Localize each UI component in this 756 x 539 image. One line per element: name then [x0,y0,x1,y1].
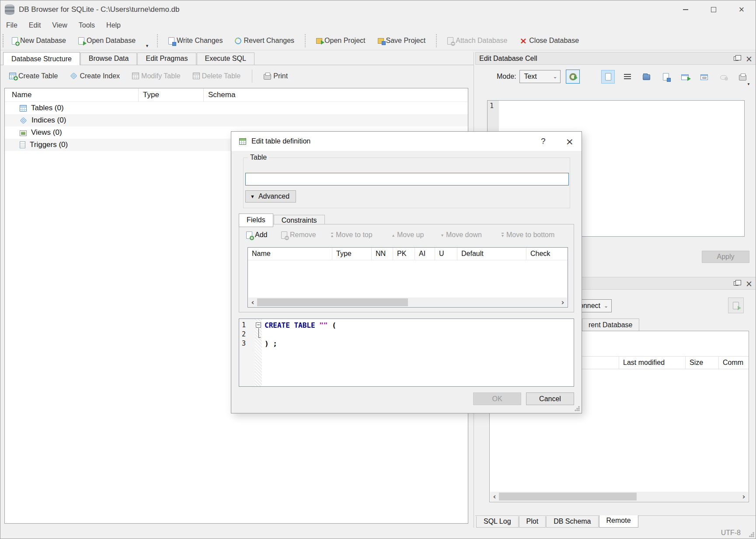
print-button[interactable]: Print [258,68,294,84]
apply-button[interactable]: Apply [702,251,749,263]
print-cell-button[interactable] [736,70,749,84]
tree-header: Name Type Schema [5,88,468,102]
dialog-help-icon[interactable]: ? [541,136,546,146]
menu-file[interactable]: File [0,21,23,29]
remote-column-size[interactable]: Size [685,357,718,369]
tab-browse-data[interactable]: Browse Data [80,52,137,65]
table-group-label: Table [248,154,269,161]
tab-plot[interactable]: Plot [519,516,546,528]
tree-row-indices[interactable]: Indices (0) [5,114,468,126]
tab-db-schema[interactable]: DB Schema [546,516,598,528]
maximize-button[interactable] [700,0,728,19]
menu-edit[interactable]: Edit [23,21,47,29]
float-remote-panel-icon[interactable] [734,281,739,286]
delete-table-button[interactable]: Delete Table [187,68,247,84]
remote-column-last-modified[interactable]: Last modified [619,357,685,369]
open-database-button[interactable]: Open Database [72,33,142,49]
dialog-close-icon[interactable]: × [566,136,574,147]
save-project-button[interactable]: Save Project [372,33,432,49]
tab-database-structure[interactable]: Database Structure [3,52,80,65]
menu-help[interactable]: Help [101,21,126,29]
close-database-button[interactable]: × Close Database [514,33,585,49]
create-index-button[interactable]: Create Index [64,68,126,84]
fields-column-pk[interactable]: PK [393,248,415,260]
scroll-left-icon[interactable]: ‹ [490,492,499,501]
advanced-arrow-icon: ▼ [250,194,255,199]
encoding-status[interactable]: UTF-8 [721,529,741,537]
menu-tools[interactable]: Tools [73,21,101,29]
open-database-dropdown-icon[interactable]: ▼ [142,44,153,48]
table-name-input[interactable] [245,173,569,186]
close-remote-panel-icon[interactable]: × [746,280,753,287]
move-up-button[interactable]: ▴ Move up [392,231,424,239]
tab-remote[interactable]: Remote [599,515,638,528]
fields-scroll-right-icon[interactable]: › [558,298,567,307]
attach-database-button[interactable]: Attach Database [441,33,513,49]
remote-clone-button[interactable] [728,298,744,313]
titlebar: DB Browser for SQLite - C:\Users\turne\d… [0,0,756,19]
structure-toolbar: Create Table Create Index Modify Table D… [0,66,474,86]
fields-horizontal-scrollbar[interactable]: ‹ › [248,298,567,307]
open-project-button[interactable]: Open Project [310,33,371,49]
remote-horizontal-scrollbar[interactable]: ‹ › [490,492,748,501]
combo-arrow-icon: ⌄ [550,74,560,80]
close-panel-icon[interactable]: × [746,55,753,62]
fields-column-u[interactable]: U [435,248,457,260]
remote-column-commit[interactable]: Comm [718,357,749,369]
image-link-button[interactable] [697,70,711,84]
scrollbar-thumb[interactable] [499,493,637,500]
fields-column-default[interactable]: Default [457,248,526,260]
word-wrap-button[interactable] [620,70,634,84]
cancel-button[interactable]: Cancel [526,392,574,405]
minimize-button[interactable] [672,0,700,19]
write-changes-button[interactable]: Write Changes [162,33,229,49]
move-to-bottom-button[interactable]: ▾ Move to bottom [502,231,554,239]
modify-table-button[interactable]: Modify Table [126,68,187,84]
window-resize-grip[interactable] [749,532,754,537]
import-file-button[interactable]: ▼ [640,70,653,84]
remove-field-button[interactable]: Remove [281,231,316,239]
move-to-bottom-icon: ▾ [502,233,504,237]
advanced-toggle-button[interactable]: ▼ Advanced [245,190,296,203]
scroll-right-icon[interactable]: › [739,492,748,501]
open-database-icon [78,37,84,45]
column-header-type[interactable]: Type [139,88,204,102]
move-down-button[interactable]: ▾ Move down [441,231,482,239]
fields-column-name[interactable]: Name [248,248,332,260]
menu-view[interactable]: View [46,21,73,29]
fields-column-type[interactable]: Type [332,248,372,260]
indices-icon [20,117,27,124]
set-null-button[interactable] [717,70,730,84]
save-project-icon [378,38,384,44]
text-document-button[interactable] [601,70,615,84]
fields-column-nn[interactable]: NN [372,248,393,260]
mode-select[interactable]: Text ⌄ [519,70,561,83]
fields-scrollbar-thumb[interactable] [257,298,408,306]
fields-column-ai[interactable]: AI [415,248,435,260]
open-in-app-button[interactable] [678,70,692,84]
tree-row-tables[interactable]: Tables (0) [5,102,468,114]
tab-edit-pragmas[interactable]: Edit Pragmas [137,52,196,65]
create-table-button[interactable]: Create Table [3,68,64,84]
column-header-name[interactable]: Name [5,88,139,102]
ok-button[interactable]: OK [473,392,521,405]
fold-collapse-icon[interactable]: − [256,322,261,328]
revert-changes-button[interactable]: Revert Changes [229,33,300,49]
auto-apply-toggle-button[interactable] [566,70,580,84]
move-to-top-button[interactable]: ▴ Move to top [331,231,373,239]
dialog-titlebar[interactable]: Edit table definition ? × [231,132,582,151]
fields-scroll-left-icon[interactable]: ‹ [248,298,257,307]
remote-current-database-tab[interactable]: rent Database [582,318,639,331]
float-panel-icon[interactable] [734,56,739,61]
add-field-button[interactable]: Add [246,231,267,239]
export-file-button[interactable] [659,70,672,84]
dialog-resize-grip[interactable] [575,406,580,411]
tab-sql-log[interactable]: SQL Log [476,516,519,528]
folder-dropdown-icon: ▼ [747,82,750,86]
new-database-button[interactable]: New Database [6,33,72,49]
tab-fields[interactable]: Fields [239,214,273,227]
tab-execute-sql[interactable]: Execute SQL [197,52,254,65]
fields-column-check[interactable]: Check [526,248,568,260]
close-button[interactable]: × [728,0,756,19]
column-header-schema[interactable]: Schema [204,88,468,102]
